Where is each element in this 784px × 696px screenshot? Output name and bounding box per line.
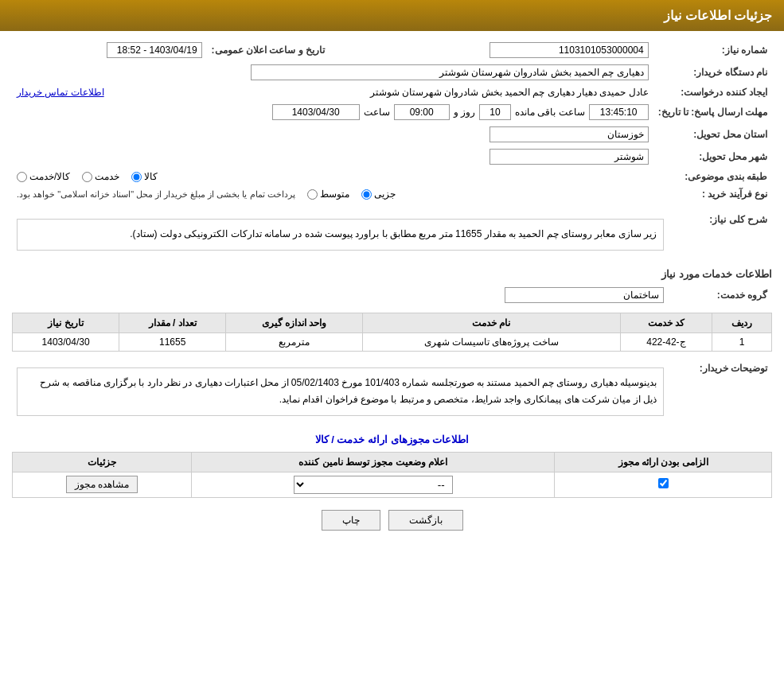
process-mutavasit-label: متوسط	[320, 189, 349, 200]
col-unit: واحد اندازه گیری	[226, 313, 363, 332]
services-table: ردیف کد خدمت نام خدمت واحد اندازه گیری ت…	[12, 313, 772, 352]
cell-qty: 11655	[119, 332, 226, 351]
delivery-province-label: استان محل تحویل:	[653, 123, 772, 146]
process-note: پرداخت تمام یا بخشی از مبلغ خریدار از مح…	[17, 189, 295, 200]
category-kala-radio[interactable]	[131, 172, 142, 182]
cell-code: ج-42-422	[620, 332, 712, 351]
deadline-date: 1403/04/30	[272, 104, 360, 120]
category-khedmat-option[interactable]: خدمت	[82, 171, 119, 182]
delivery-city-value: شوشتر	[490, 149, 649, 165]
process-jozei-option[interactable]: جزیی	[361, 189, 396, 200]
col-mandatory: الزامی بودن ارائه مجوز	[555, 452, 772, 472]
cell-row: 1	[712, 332, 772, 351]
permit-mandatory-checkbox[interactable]	[658, 478, 669, 488]
cell-date: 1403/04/30	[13, 332, 119, 351]
deadline-label: مهلت ارسال پاسخ: تا تاریخ:	[653, 101, 772, 123]
col-code: کد خدمت	[620, 313, 712, 332]
cell-unit: مترمربع	[226, 332, 363, 351]
col-details: جزئیات	[13, 452, 192, 472]
category-khedmat-radio[interactable]	[82, 172, 92, 182]
permit-details-cell: مشاهده مجوز	[13, 472, 192, 497]
list-item: -- مشاهده مجوز	[13, 472, 772, 497]
col-date: تاریخ نیاز	[13, 313, 119, 332]
permit-status-select[interactable]: --	[294, 476, 453, 494]
col-row: ردیف	[712, 313, 772, 332]
category-kala-option[interactable]: کالا	[131, 171, 158, 182]
category-kala-khedmat-label: کالا/خدمت	[29, 171, 70, 182]
process-label: نوع فرآیند خرید :	[653, 185, 772, 203]
col-status: اعلام وضعیت مجوز توسط نامین کننده	[192, 452, 555, 472]
permits-table: الزامی بودن ارائه مجوز اعلام وضعیت مجوز …	[12, 452, 772, 498]
buyer-org-label: نام دستگاه خریدار:	[653, 61, 772, 84]
permit-status-cell: --	[192, 472, 555, 497]
deadline-remaining: 13:45:10	[589, 104, 649, 120]
buyer-notes-label: توضیحات خریدار:	[669, 358, 772, 426]
service-group-value: ساختمان	[505, 287, 664, 303]
page-header: جزئیات اطلاعات نیاز	[0, 0, 784, 31]
contact-link[interactable]: اطلاعات تماس خریدار	[17, 87, 104, 98]
services-section-label: اطلاعات خدمات مورد نیاز	[12, 268, 772, 280]
need-number-label: شماره نیاز:	[653, 39, 772, 61]
delivery-city-label: شهر محل تحویل:	[653, 146, 772, 168]
permits-section-label: اطلاعات مجوزهای ارائه خدمت / کالا	[12, 434, 772, 445]
deadline-days: 10	[479, 104, 511, 120]
permit-mandatory-cell	[555, 472, 772, 497]
back-button[interactable]: بازگشت	[388, 510, 463, 531]
service-group-label: گروه خدمت:	[669, 284, 772, 306]
announcement-label: تاریخ و ساعت اعلان عمومی:	[207, 39, 341, 61]
category-kala-khedmat-option[interactable]: کالا/خدمت	[17, 171, 70, 182]
delivery-province-value: خوزستان	[490, 126, 649, 142]
bottom-buttons: بازگشت چاپ	[12, 510, 772, 531]
process-mutavasit-option[interactable]: متوسط	[307, 189, 349, 200]
buyer-notes-text: بدینوسیله دهیاری روستای چم الحمید مستند …	[17, 367, 664, 416]
deadline-time-label: ساعت	[364, 107, 390, 118]
category-kala-khedmat-radio[interactable]	[17, 172, 27, 182]
buyer-org-value: دهیاری چم الحمید بخش شادروان شهرستان شوش…	[251, 64, 649, 80]
show-permit-button[interactable]: مشاهده مجوز	[66, 476, 138, 493]
print-button[interactable]: چاپ	[322, 510, 380, 531]
process-jozei-radio[interactable]	[361, 189, 372, 200]
category-label: طبقه بندی موضوعی:	[653, 168, 772, 185]
table-row: 1 ج-42-422 ساخت پروژه‌های تاسیسات شهری م…	[13, 332, 772, 351]
col-qty: تعداد / مقدار	[119, 313, 226, 332]
description-label: شرح کلی نیاز:	[669, 209, 772, 260]
need-number-value: 1103101053000004	[490, 42, 649, 58]
creator-label: ایجاد کننده درخواست:	[653, 84, 772, 101]
process-mutavasit-radio[interactable]	[307, 189, 318, 200]
col-name: نام خدمت	[362, 313, 620, 332]
description-text: زیر سازی معابر روستای چم الحمید به مقدار…	[17, 219, 664, 251]
deadline-day-label: روز و	[454, 107, 475, 118]
announcement-value: 1403/04/19 - 18:52	[107, 42, 202, 58]
creator-value: عادل حمیدی دهیار دهیاری چم الحمید بخش شا…	[370, 87, 649, 98]
deadline-remaining-label: ساعت باقی مانده	[515, 107, 585, 118]
category-khedmat-label: خدمت	[95, 171, 119, 182]
deadline-time: 09:00	[394, 104, 450, 120]
category-kala-label: کالا	[144, 171, 158, 182]
cell-name: ساخت پروژه‌های تاسیسات شهری	[362, 332, 620, 351]
process-jozei-label: جزیی	[374, 189, 396, 200]
page-title: جزئیات اطلاعات نیاز	[664, 9, 772, 22]
